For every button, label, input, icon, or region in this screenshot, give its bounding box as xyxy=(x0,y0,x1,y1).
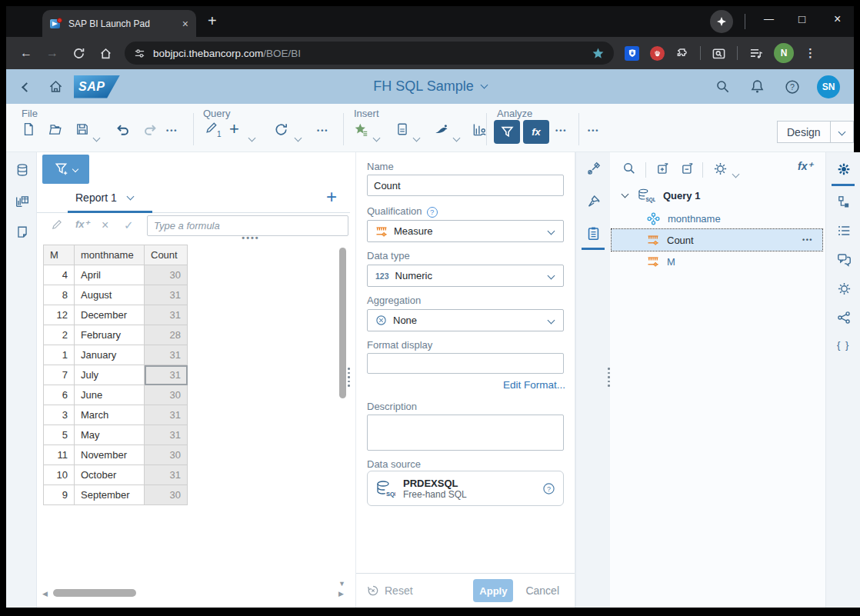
table-cell[interactable]: 31 xyxy=(145,365,188,385)
tree-expand-chevron-icon[interactable] xyxy=(622,191,629,198)
tree-item-monthname[interactable]: monthname xyxy=(612,208,822,229)
report-notes-icon[interactable] xyxy=(15,225,29,239)
query-tree-root[interactable]: SQL Query 1 xyxy=(610,185,825,206)
data-source-card[interactable]: SQL PRDEXSQL Free-hand SQL ? xyxy=(367,471,564,506)
toolbar-overflow-icon[interactable]: ••• xyxy=(588,127,599,135)
formula-bar-resize-handle[interactable]: •••• xyxy=(228,235,274,241)
description-textarea[interactable] xyxy=(367,415,564,451)
horizontal-scrollbar-thumb[interactable] xyxy=(53,589,136,597)
apply-button[interactable]: Apply xyxy=(473,579,513,602)
table-cell[interactable]: 1 xyxy=(44,345,75,365)
forward-icon[interactable]: → xyxy=(46,46,58,60)
vertical-scrollbar-thumb[interactable] xyxy=(339,248,346,398)
add-data-chevron-icon[interactable] xyxy=(249,130,255,144)
available-objects-icon[interactable] xyxy=(837,162,851,176)
query-more-icon[interactable]: ••• xyxy=(317,127,328,135)
open-document-icon[interactable] xyxy=(48,122,62,136)
table-cell[interactable]: 31 xyxy=(145,285,188,305)
user-avatar[interactable]: SN xyxy=(817,75,840,98)
file-more-icon[interactable]: ••• xyxy=(166,127,178,135)
data-mode-braces-icon[interactable]: { } xyxy=(837,339,850,351)
url-field[interactable]: bobjpci.thebancorp.com/BOE/BI xyxy=(125,42,614,65)
objects-search-icon[interactable] xyxy=(622,161,636,175)
table-cell[interactable]: November xyxy=(75,445,145,465)
format-brush-icon[interactable] xyxy=(586,194,601,208)
scroll-left-arrow-icon[interactable]: ◀ xyxy=(42,590,48,598)
insert-variable-star-icon[interactable] xyxy=(354,122,368,137)
table-cell[interactable]: 8 xyxy=(44,285,75,305)
table-cell[interactable]: February xyxy=(75,325,145,345)
column-header-m[interactable]: M xyxy=(44,245,75,265)
document-structure-icon[interactable] xyxy=(837,195,851,208)
table-cell[interactable]: 30 xyxy=(145,445,188,465)
table-cell[interactable]: 30 xyxy=(145,385,188,405)
table-cell[interactable]: October xyxy=(75,465,145,485)
formula-cancel-icon[interactable]: × xyxy=(102,218,108,232)
scroll-right-arrow-icon[interactable]: ▶ xyxy=(338,590,344,598)
close-button[interactable]: × xyxy=(834,12,841,26)
browser-assistant-button[interactable] xyxy=(710,10,733,33)
comments-icon[interactable] xyxy=(837,252,852,267)
adblock-extension-icon[interactable] xyxy=(650,46,665,61)
filter-bar-button[interactable] xyxy=(42,155,89,184)
objects-settings-gear-icon[interactable] xyxy=(713,161,728,176)
scroll-down-arrow-icon[interactable]: ▼ xyxy=(338,580,345,588)
table-cell[interactable]: June xyxy=(75,385,145,405)
insert-chart-chevron-icon[interactable] xyxy=(454,130,459,144)
site-settings-icon[interactable] xyxy=(134,48,145,59)
browser-menu-icon[interactable]: ⋮ xyxy=(805,46,816,60)
report-elements-icon[interactable] xyxy=(15,194,29,208)
data-type-select[interactable]: 123 Numeric xyxy=(367,265,564,287)
table-cell[interactable]: 6 xyxy=(44,385,75,405)
maximize-button[interactable]: □ xyxy=(798,12,805,25)
format-display-input[interactable] xyxy=(367,353,564,374)
settings-gear-icon[interactable] xyxy=(837,281,852,296)
add-data-icon[interactable]: + xyxy=(229,119,239,139)
formula-edit-pencil-icon[interactable] xyxy=(51,218,63,231)
table-cell[interactable]: July xyxy=(75,365,145,385)
table-cell[interactable]: September xyxy=(75,485,145,505)
properties-clipboard-icon[interactable] xyxy=(586,226,601,241)
search-icon[interactable] xyxy=(715,79,730,94)
edit-format-link[interactable]: Edit Format... xyxy=(503,379,565,391)
share-icon[interactable] xyxy=(837,311,851,325)
home-icon[interactable] xyxy=(99,47,112,60)
aggregation-select[interactable]: None xyxy=(367,309,564,331)
table-cell[interactable]: 31 xyxy=(145,465,188,485)
table-cell[interactable]: May xyxy=(75,425,145,445)
table-cell[interactable]: 31 xyxy=(145,305,188,325)
tree-item-m[interactable]: M xyxy=(612,251,822,272)
panel-resize-handle[interactable] xyxy=(348,368,350,387)
new-variable-fx-icon[interactable]: fx⁺ xyxy=(798,160,813,172)
table-cell[interactable]: 31 xyxy=(145,405,188,425)
table-cell[interactable]: 3 xyxy=(44,405,75,425)
table-cell[interactable]: January xyxy=(75,345,145,365)
browser-profile-avatar[interactable]: N xyxy=(774,43,794,63)
refresh-icon[interactable] xyxy=(274,122,288,137)
table-cell[interactable]: 10 xyxy=(44,465,75,485)
table-cell[interactable]: 28 xyxy=(145,325,188,345)
extensions-puzzle-icon[interactable] xyxy=(675,46,689,60)
table-cell[interactable]: 11 xyxy=(44,445,75,465)
insert-variable-chevron-icon[interactable] xyxy=(374,130,379,144)
table-cell[interactable]: 7 xyxy=(44,365,75,385)
table-cell[interactable]: 30 xyxy=(145,485,188,505)
build-tools-icon[interactable] xyxy=(586,161,601,176)
formula-bar-toggle-button[interactable]: fx xyxy=(523,120,549,144)
help-icon[interactable]: ? xyxy=(785,79,800,95)
table-cell[interactable]: 31 xyxy=(145,425,188,445)
report-tab-chevron-icon[interactable] xyxy=(126,193,134,201)
insert-chart-icon[interactable] xyxy=(434,122,449,137)
edit-query-button[interactable]: 1 xyxy=(205,121,218,135)
add-report-button[interactable]: + xyxy=(326,186,337,208)
back-icon[interactable]: ← xyxy=(20,46,32,60)
document-title[interactable]: FH SQL Sample xyxy=(373,78,473,95)
table-cell[interactable]: 30 xyxy=(145,265,188,285)
design-mode-button[interactable]: Design xyxy=(777,121,854,143)
password-manager-extension-icon[interactable] xyxy=(625,46,639,61)
item-more-icon[interactable]: ••• xyxy=(802,236,813,244)
table-cell[interactable]: 9 xyxy=(44,485,75,505)
minimize-button[interactable]: — xyxy=(764,13,774,25)
insert-element-icon[interactable] xyxy=(472,122,487,137)
analyze-more-icon[interactable]: ••• xyxy=(555,127,567,135)
